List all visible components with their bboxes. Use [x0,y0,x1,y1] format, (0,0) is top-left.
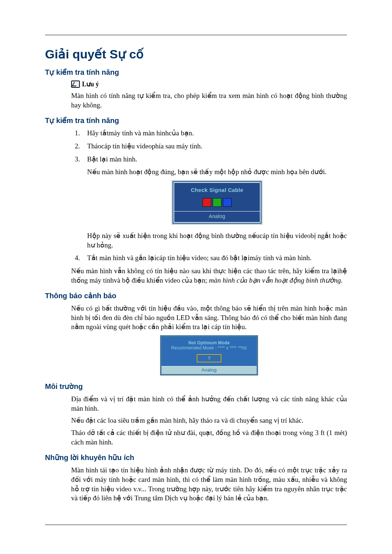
note-row: Lưu ý [71,80,347,88]
section-heading-selftest-1: Tự kiểm tra tính năng [45,68,347,77]
numbered-steps: Hãy tắtmáy tính và màn hìnhcủa bạn. Tháo… [75,128,347,263]
step-text: Tháocáp tín hiệu videophía sau máy tính. [87,142,203,150]
fig2-question-button: ? [197,354,221,362]
list-item: Hãy tắtmáy tính và màn hìnhcủa bạn. [75,128,347,138]
figure-1-wrap: Check Signal Cable Analog [87,180,347,225]
tips-text: Màn hình tái tạo tín hiệu hình ảnh nhận … [71,465,347,503]
red-square-icon [203,198,211,207]
list-item: Bật lại màn hình. Nếu màn hình hoạt động… [75,155,347,250]
closing-paragraph: Nếu màn hình vẫn không có tín hiệu nào s… [71,266,347,285]
note-text: Màn hình có tính năng tự kiểm tra, cho p… [71,91,347,110]
fig2-footer: Analog [162,366,257,374]
step-text: Bật lại màn hình. [87,155,137,163]
fig2-line2: Recommended Mode : **** x **** **Hz [164,345,254,350]
section-heading-warning: Thông báo cảnh báo [45,291,347,300]
section2-content: Hãy tắtmáy tính và màn hìnhcủa bạn. Tháo… [71,128,347,285]
note-icon [71,81,80,88]
section3-content: Nếu có gì bất thường với tín hiệu đầu và… [71,304,347,376]
green-square-icon [213,198,221,207]
page: Giải quyết Sự cố Tự kiểm tra tính năng L… [0,0,392,554]
section-heading-tips: Những lời khuyên hữu ích [45,453,347,462]
bottom-rule [45,525,347,525]
fig1-inner: Check Signal Cable Analog [173,182,261,223]
section1-content: Lưu ý Màn hình có tính năng tự kiểm tra,… [71,80,347,110]
after-fig1-text: Hộp này sẽ xuất hiện trong khi hoạt động… [87,231,347,250]
figure-check-signal-cable: Check Signal Cable Analog [172,180,262,225]
section-heading-environment: Môi trường [45,382,347,391]
section-heading-selftest-2: Tự kiểm tra tính năng [45,116,347,125]
step-subtext: Nếu màn hình hoạt động đúng, bạn sẽ thấy… [87,167,347,177]
section5-content: Màn hình tái tạo tín hiệu hình ảnh nhận … [71,465,347,503]
figure-2-wrap: Not Optimum Mode Recommended Mode : ****… [71,335,347,376]
env-p1: Địa điểm và vị trí đặt màn hình có thể ả… [71,394,347,413]
top-rule [45,35,347,35]
list-item: Tháocáp tín hiệu videophía sau máy tính. [75,141,347,151]
closing-italic: màn hình của bạn vẫn hoạt động bình thườ… [209,276,343,284]
fig1-footer: Analog [174,211,260,222]
step-text: Hãy tắtmáy tính và màn hìnhcủa bạn. [87,129,194,137]
step-text: Tắt màn hình và gắn lạicáp tín hiệu vide… [87,254,311,262]
env-p3: Tháo dỡ tất cả các thiết bị điện tử như … [71,428,347,447]
fig1-title: Check Signal Cable [176,186,258,194]
warning-text: Nếu có gì bất thường với tín hiệu đầu và… [71,304,347,332]
rgb-squares [176,198,258,207]
figure-not-optimum-mode: Not Optimum Mode Recommended Mode : ****… [160,335,258,376]
blue-square-icon [223,198,232,207]
fig2-inner: Not Optimum Mode Recommended Mode : ****… [162,337,257,362]
page-title: Giải quyết Sự cố [45,47,347,61]
fig2-line1: Not Optimum Mode [164,340,254,345]
list-item: Tắt màn hình và gắn lạicáp tín hiệu vide… [75,253,347,263]
section4-content: Địa điểm và vị trí đặt màn hình có thể ả… [71,394,347,447]
env-p2: Nếu đặt các loa siêu trầm gần màn hình, … [71,416,347,425]
note-label: Lưu ý [82,80,99,88]
